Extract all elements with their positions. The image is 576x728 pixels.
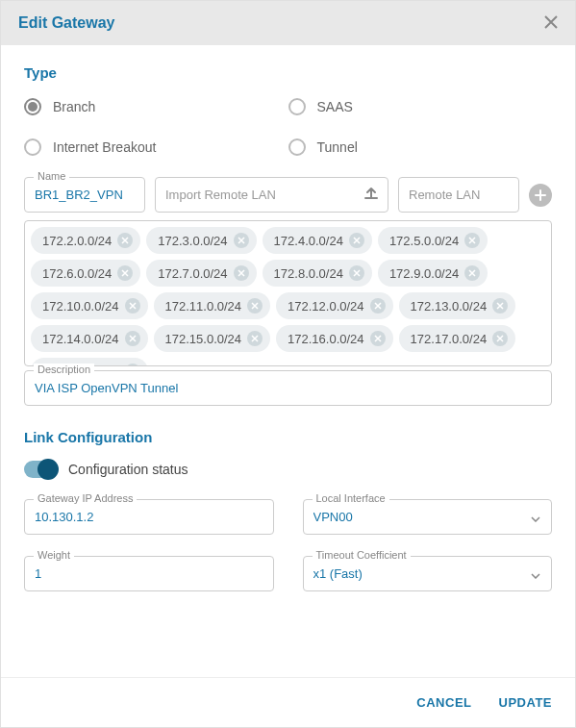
chip-label: 172.4.0.0/24 xyxy=(274,234,343,248)
description-input[interactable] xyxy=(24,370,552,406)
description-wrap: Description xyxy=(24,370,552,406)
chip-remove-icon[interactable] xyxy=(464,265,480,281)
edit-gateway-dialog: Edit Gateway Type Branch SAAS Internet B… xyxy=(0,0,576,728)
chip-label: 172.17.0.0/24 xyxy=(411,332,488,346)
chip-remove-icon[interactable] xyxy=(125,331,140,346)
chip-label: 172.3.0.0/24 xyxy=(158,234,227,248)
chip-remove-icon[interactable] xyxy=(125,298,140,314)
chip-label: 172.11.0.0/24 xyxy=(165,299,242,314)
lan-chip[interactable]: 172.9.0.0/24 xyxy=(378,260,488,287)
lan-chip[interactable]: 172.6.0.0/24 xyxy=(31,260,140,287)
radio-tunnel[interactable]: Tunnel xyxy=(288,138,553,156)
dialog-title: Edit Gateway xyxy=(18,14,114,32)
type-section-title: Type xyxy=(24,64,552,81)
link-config-title: Link Configuration xyxy=(24,429,552,445)
cancel-button[interactable]: CANCEL xyxy=(416,695,471,710)
lan-chip[interactable]: 172.13.0.0/24 xyxy=(399,292,516,319)
chip-remove-icon[interactable] xyxy=(464,233,480,248)
chip-label: 172.6.0.0/24 xyxy=(42,266,112,281)
config-status-row: Configuration status xyxy=(24,461,552,478)
lan-chip[interactable]: 172.8.0.0/24 xyxy=(263,260,372,287)
lan-chip[interactable]: 172.7.0.0/24 xyxy=(146,260,256,287)
lan-chip[interactable]: 172.5.0.0/24 xyxy=(378,227,488,254)
config-status-toggle[interactable] xyxy=(24,461,57,478)
remote-lan-input[interactable] xyxy=(398,177,519,213)
name-label: Name xyxy=(34,170,69,182)
chip-label: 172.10.0.0/24 xyxy=(42,299,119,314)
chip-label: 172.2.0.0/24 xyxy=(42,234,112,248)
lan-chip[interactable]: 172.12.0.0/24 xyxy=(276,292,393,319)
chip-label: 172.15.0.0/24 xyxy=(165,332,242,346)
timeout-label: Timeout Coefficient xyxy=(313,549,411,561)
toggle-knob xyxy=(38,459,59,480)
upload-icon[interactable] xyxy=(363,186,379,205)
radio-icon xyxy=(24,138,41,156)
radio-internet-breakout[interactable]: Internet Breakout xyxy=(24,138,288,156)
import-remote-lan-wrap xyxy=(155,177,388,213)
close-icon[interactable] xyxy=(544,14,558,32)
name-field-wrap: Name xyxy=(24,177,145,213)
dialog-header: Edit Gateway xyxy=(1,1,575,45)
lan-chip[interactable]: 172.14.0.0/24 xyxy=(31,325,148,352)
radio-label: Branch xyxy=(53,99,95,114)
name-input[interactable] xyxy=(24,177,145,213)
chip-label: 172.14.0.0/24 xyxy=(42,332,119,346)
lan-chip[interactable]: 172.15.0.0/24 xyxy=(154,325,271,352)
radio-icon xyxy=(24,98,41,115)
radio-saas[interactable]: SAAS xyxy=(288,98,553,115)
chip-label: 172.5.0.0/24 xyxy=(389,234,459,248)
gateway-ip-wrap: Gateway IP Address xyxy=(24,499,274,535)
radio-icon xyxy=(288,138,306,156)
chip-remove-icon[interactable] xyxy=(370,298,386,314)
chip-remove-icon[interactable] xyxy=(349,233,364,248)
add-button[interactable] xyxy=(529,184,552,207)
chip-label: 172.12.0.0/24 xyxy=(288,299,364,314)
lan-chip[interactable]: 172.4.0.0/24 xyxy=(263,227,372,254)
dialog-body: Type Branch SAAS Internet Breakout Tunne… xyxy=(1,45,575,677)
gateway-ip-label: Gateway IP Address xyxy=(34,492,137,504)
weight-label: Weight xyxy=(34,549,74,561)
description-label: Description xyxy=(34,364,94,375)
chip-remove-icon[interactable] xyxy=(117,265,133,281)
chip-remove-icon[interactable] xyxy=(492,331,508,346)
chip-remove-icon[interactable] xyxy=(234,233,249,248)
import-remote-lan-input[interactable] xyxy=(155,177,388,213)
radio-label: Internet Breakout xyxy=(53,139,156,155)
lan-chip[interactable]: 172.17.0.0/24 xyxy=(399,325,516,352)
radio-label: Tunnel xyxy=(317,139,358,155)
chip-label: 172.9.0.0/24 xyxy=(389,266,459,281)
radio-icon xyxy=(288,98,306,115)
chip-remove-icon[interactable] xyxy=(492,298,508,314)
lan-chip[interactable]: 172.2.0.0/24 xyxy=(31,227,140,254)
type-radio-group: Branch SAAS Internet Breakout Tunnel xyxy=(24,98,552,156)
local-interface-wrap: Local Interface xyxy=(303,499,553,535)
remote-lan-wrap xyxy=(398,177,519,213)
dialog-footer: CANCEL UPDATE xyxy=(1,677,575,727)
chip-remove-icon[interactable] xyxy=(247,298,263,314)
name-row: Name xyxy=(24,177,552,213)
config-status-label: Configuration status xyxy=(68,462,188,477)
lan-chip[interactable]: 172.11.0.0/24 xyxy=(154,292,271,319)
chip-remove-icon[interactable] xyxy=(125,364,140,366)
chip-label: 172.8.0.0/24 xyxy=(274,266,343,281)
chip-remove-icon[interactable] xyxy=(117,233,133,248)
weight-input[interactable] xyxy=(24,556,274,591)
update-button[interactable]: UPDATE xyxy=(499,695,552,710)
local-interface-select[interactable] xyxy=(303,499,553,535)
lan-chip[interactable]: 172.10.0.0/24 xyxy=(31,292,148,319)
chip-label: 172.7.0.0/24 xyxy=(158,266,227,281)
remote-lan-chips[interactable]: 172.2.0.0/24172.3.0.0/24172.4.0.0/24172.… xyxy=(24,220,552,366)
gateway-ip-input[interactable] xyxy=(24,499,274,535)
chip-remove-icon[interactable] xyxy=(370,331,386,346)
chip-label: 172.13.0.0/24 xyxy=(411,299,488,314)
chip-remove-icon[interactable] xyxy=(234,265,249,281)
chip-remove-icon[interactable] xyxy=(247,331,263,346)
lan-chip[interactable]: 172.3.0.0/24 xyxy=(146,227,256,254)
local-interface-label: Local Interface xyxy=(313,492,389,504)
timeout-select[interactable] xyxy=(303,556,553,591)
link-config-grid: Gateway IP Address Local Interface Weigh… xyxy=(24,499,552,591)
timeout-wrap: Timeout Coefficient xyxy=(303,556,553,591)
chip-remove-icon[interactable] xyxy=(349,265,364,281)
radio-branch[interactable]: Branch xyxy=(24,98,288,115)
lan-chip[interactable]: 172.16.0.0/24 xyxy=(276,325,393,352)
